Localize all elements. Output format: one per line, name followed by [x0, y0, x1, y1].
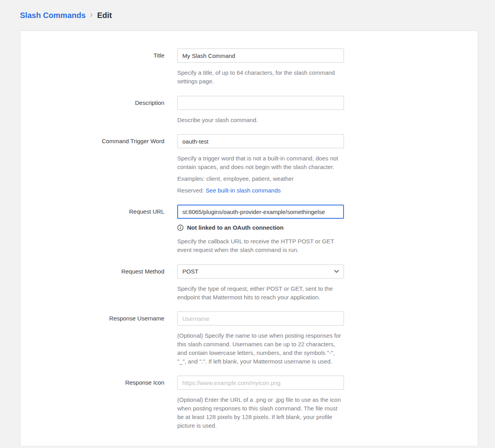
request-method-label: Request Method	[20, 264, 164, 302]
form-row-request-url: Request URL Not linked to an OAuth conne…	[20, 205, 478, 254]
response-username-input[interactable]	[177, 311, 344, 326]
trigger-word-label: Command Trigger Word	[20, 134, 164, 194]
trigger-word-input[interactable]	[177, 134, 344, 148]
breadcrumb-parent-link[interactable]: Slash Commands	[20, 11, 86, 20]
title-input[interactable]	[177, 49, 344, 63]
title-help: Specify a title, of up to 64 characters,…	[177, 68, 344, 86]
form-row-description: Description Describe your slash command.	[20, 96, 478, 124]
description-label: Description	[20, 96, 164, 124]
form-row-request-method: Request Method POST Specify the type of …	[20, 264, 478, 302]
title-label: Title	[20, 49, 164, 86]
backstage-header: Slash Commands › Edit	[0, 0, 495, 31]
form-row-response-username: Response Username (Optional) Specify the…	[20, 311, 478, 365]
description-help: Describe your slash command.	[177, 116, 344, 124]
oauth-note: Not linked to an OAuth connection	[177, 224, 344, 231]
trigger-word-examples: Examples: client, employee, patient, wea…	[177, 175, 344, 183]
oauth-note-text: Not linked to an OAuth connection	[187, 224, 284, 231]
trigger-word-help: Specify a trigger word that is not a bui…	[177, 154, 344, 171]
breadcrumb-current: Edit	[97, 11, 112, 20]
request-url-help: Specify the callback URL to receive the …	[177, 237, 344, 254]
response-icon-label: Response Icon	[20, 376, 164, 430]
response-icon-help: (Optional) Enter the URL of a .png or .j…	[177, 396, 344, 430]
request-url-input[interactable]	[177, 205, 344, 219]
description-input[interactable]	[177, 96, 344, 110]
form-row-trigger-word: Command Trigger Word Specify a trigger w…	[20, 134, 478, 194]
edit-command-form: Title Specify a title, of up to 64 chara…	[20, 49, 478, 430]
request-method-select[interactable]: POST	[177, 264, 344, 279]
request-method-select-wrap: POST	[177, 264, 344, 279]
form-row-title: Title Specify a title, of up to 64 chara…	[20, 49, 478, 86]
request-method-help: Specify the type of request, either POST…	[177, 284, 344, 302]
info-icon	[177, 225, 184, 231]
response-icon-input[interactable]	[177, 376, 344, 390]
edit-command-card: Title Specify a title, of up to 64 chara…	[20, 31, 478, 446]
reserved-prefix: Reserved:	[177, 187, 206, 194]
form-row-response-icon: Response Icon (Optional) Enter the URL o…	[20, 376, 478, 430]
request-url-label: Request URL	[20, 205, 164, 254]
breadcrumb-separator-icon: ›	[90, 11, 93, 20]
trigger-word-reserved: Reserved: See built-in slash commands	[177, 186, 344, 195]
response-username-help: (Optional) Specify the name to use when …	[177, 331, 344, 365]
response-username-label: Response Username	[20, 311, 164, 365]
built-in-commands-link[interactable]: See built-in slash commands	[206, 187, 281, 194]
